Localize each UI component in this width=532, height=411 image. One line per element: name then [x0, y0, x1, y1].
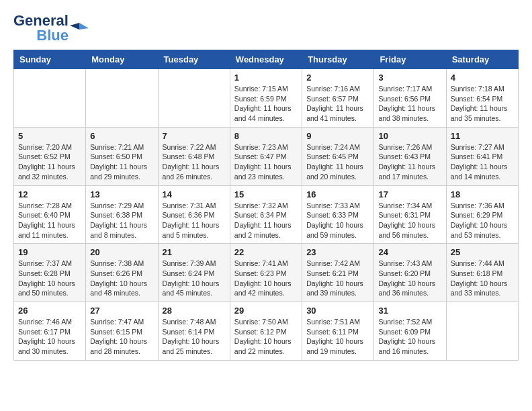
day-info: Sunrise: 7:52 AM Sunset: 6:09 PM Dayligh… [378, 317, 441, 357]
day-cell: 13Sunrise: 7:29 AM Sunset: 6:38 PM Dayli… [86, 185, 158, 244]
day-cell: 6Sunrise: 7:21 AM Sunset: 6:50 PM Daylig… [86, 127, 158, 185]
day-number: 13 [90, 189, 153, 199]
day-cell: 16Sunrise: 7:33 AM Sunset: 6:33 PM Dayli… [302, 185, 374, 244]
day-info: Sunrise: 7:21 AM Sunset: 6:50 PM Dayligh… [90, 142, 153, 182]
day-cell: 28Sunrise: 7:48 AM Sunset: 6:14 PM Dayli… [158, 302, 230, 361]
day-number: 7 [163, 131, 226, 141]
day-info: Sunrise: 7:46 AM Sunset: 6:17 PM Dayligh… [18, 317, 81, 357]
day-number: 9 [306, 131, 369, 141]
day-info: Sunrise: 7:50 AM Sunset: 6:12 PM Dayligh… [234, 317, 298, 357]
day-number: 8 [234, 131, 298, 141]
day-info: Sunrise: 7:15 AM Sunset: 6:59 PM Dayligh… [234, 84, 298, 124]
day-cell: 22Sunrise: 7:41 AM Sunset: 6:23 PM Dayli… [230, 244, 302, 302]
day-info: Sunrise: 7:17 AM Sunset: 6:56 PM Dayligh… [378, 84, 441, 124]
day-cell: 10Sunrise: 7:26 AM Sunset: 6:43 PM Dayli… [374, 127, 446, 185]
day-info: Sunrise: 7:44 AM Sunset: 6:18 PM Dayligh… [451, 259, 514, 298]
day-number: 26 [18, 306, 81, 316]
day-cell: 21Sunrise: 7:39 AM Sunset: 6:24 PM Dayli… [158, 244, 230, 302]
day-number: 14 [163, 189, 226, 199]
day-number: 19 [18, 247, 81, 257]
day-cell: 20Sunrise: 7:38 AM Sunset: 6:26 PM Dayli… [86, 244, 158, 302]
day-info: Sunrise: 7:34 AM Sunset: 6:31 PM Dayligh… [378, 201, 441, 240]
day-cell: 1Sunrise: 7:15 AM Sunset: 6:59 PM Daylig… [230, 69, 302, 128]
logo-blue: Blue [36, 28, 69, 43]
day-info: Sunrise: 7:38 AM Sunset: 6:26 PM Dayligh… [90, 259, 153, 298]
day-number: 12 [18, 189, 81, 199]
day-number: 27 [90, 306, 153, 316]
day-number: 29 [234, 306, 298, 316]
day-info: Sunrise: 7:26 AM Sunset: 6:43 PM Dayligh… [378, 142, 441, 182]
day-number: 1 [234, 73, 298, 83]
day-number: 28 [163, 306, 226, 316]
logo: General Blue [13, 13, 89, 43]
day-cell: 4Sunrise: 7:18 AM Sunset: 6:54 PM Daylig… [446, 69, 518, 128]
day-cell: 25Sunrise: 7:44 AM Sunset: 6:18 PM Dayli… [446, 244, 518, 302]
calendar-table: SundayMondayTuesdayWednesdayThursdayFrid… [13, 50, 519, 361]
day-info: Sunrise: 7:20 AM Sunset: 6:52 PM Dayligh… [18, 142, 81, 182]
day-info: Sunrise: 7:51 AM Sunset: 6:11 PM Dayligh… [306, 317, 369, 357]
day-info: Sunrise: 7:32 AM Sunset: 6:34 PM Dayligh… [234, 201, 298, 240]
day-number: 17 [378, 189, 441, 199]
day-number: 6 [90, 131, 153, 141]
week-row-1: 1Sunrise: 7:15 AM Sunset: 6:59 PM Daylig… [14, 69, 519, 128]
day-cell [446, 302, 518, 361]
day-number: 15 [234, 189, 298, 199]
day-cell: 14Sunrise: 7:31 AM Sunset: 6:36 PM Dayli… [158, 185, 230, 244]
day-info: Sunrise: 7:29 AM Sunset: 6:38 PM Dayligh… [90, 201, 153, 240]
day-info: Sunrise: 7:33 AM Sunset: 6:33 PM Dayligh… [306, 201, 369, 240]
day-cell: 17Sunrise: 7:34 AM Sunset: 6:31 PM Dayli… [374, 185, 446, 244]
day-cell: 12Sunrise: 7:28 AM Sunset: 6:40 PM Dayli… [14, 185, 86, 244]
day-cell: 24Sunrise: 7:43 AM Sunset: 6:20 PM Dayli… [374, 244, 446, 302]
day-cell: 18Sunrise: 7:36 AM Sunset: 6:29 PM Dayli… [446, 185, 518, 244]
weekday-header-friday: Friday [374, 50, 446, 69]
weekday-header-tuesday: Tuesday [158, 50, 230, 69]
day-info: Sunrise: 7:23 AM Sunset: 6:47 PM Dayligh… [234, 142, 298, 182]
day-number: 4 [451, 73, 514, 83]
weekday-header-wednesday: Wednesday [230, 50, 302, 69]
day-cell: 27Sunrise: 7:47 AM Sunset: 6:15 PM Dayli… [86, 302, 158, 361]
day-number: 31 [378, 306, 441, 316]
week-row-4: 19Sunrise: 7:37 AM Sunset: 6:28 PM Dayli… [14, 244, 519, 302]
header: General Blue [13, 13, 519, 43]
svg-marker-0 [79, 23, 89, 30]
week-row-3: 12Sunrise: 7:28 AM Sunset: 6:40 PM Dayli… [14, 185, 519, 244]
day-info: Sunrise: 7:28 AM Sunset: 6:40 PM Dayligh… [18, 201, 81, 240]
day-cell: 31Sunrise: 7:52 AM Sunset: 6:09 PM Dayli… [374, 302, 446, 361]
week-row-5: 26Sunrise: 7:46 AM Sunset: 6:17 PM Dayli… [14, 302, 519, 361]
day-cell: 19Sunrise: 7:37 AM Sunset: 6:28 PM Dayli… [14, 244, 86, 302]
day-cell: 26Sunrise: 7:46 AM Sunset: 6:17 PM Dayli… [14, 302, 86, 361]
weekday-header-monday: Monday [86, 50, 158, 69]
day-info: Sunrise: 7:37 AM Sunset: 6:28 PM Dayligh… [18, 259, 81, 298]
day-number: 10 [378, 131, 441, 141]
day-number: 30 [306, 306, 369, 316]
day-info: Sunrise: 7:42 AM Sunset: 6:21 PM Dayligh… [306, 259, 369, 298]
day-info: Sunrise: 7:39 AM Sunset: 6:24 PM Dayligh… [163, 259, 226, 298]
week-row-2: 5Sunrise: 7:20 AM Sunset: 6:52 PM Daylig… [14, 127, 519, 185]
day-cell: 9Sunrise: 7:24 AM Sunset: 6:45 PM Daylig… [302, 127, 374, 185]
day-number: 23 [306, 247, 369, 257]
weekday-header-row: SundayMondayTuesdayWednesdayThursdayFrid… [14, 50, 519, 69]
day-info: Sunrise: 7:47 AM Sunset: 6:15 PM Dayligh… [90, 317, 153, 357]
day-info: Sunrise: 7:18 AM Sunset: 6:54 PM Dayligh… [451, 84, 514, 124]
logo-general: General [13, 13, 69, 28]
weekday-header-sunday: Sunday [14, 50, 86, 69]
weekday-header-saturday: Saturday [446, 50, 518, 69]
day-cell: 7Sunrise: 7:22 AM Sunset: 6:48 PM Daylig… [158, 127, 230, 185]
day-number: 2 [306, 73, 369, 83]
day-cell: 30Sunrise: 7:51 AM Sunset: 6:11 PM Dayli… [302, 302, 374, 361]
day-number: 11 [451, 131, 514, 141]
day-info: Sunrise: 7:41 AM Sunset: 6:23 PM Dayligh… [234, 259, 298, 298]
day-info: Sunrise: 7:36 AM Sunset: 6:29 PM Dayligh… [451, 201, 514, 240]
day-number: 25 [451, 247, 514, 257]
day-number: 24 [378, 247, 441, 257]
day-info: Sunrise: 7:31 AM Sunset: 6:36 PM Dayligh… [163, 201, 226, 240]
day-cell: 11Sunrise: 7:27 AM Sunset: 6:41 PM Dayli… [446, 127, 518, 185]
day-cell: 2Sunrise: 7:16 AM Sunset: 6:57 PM Daylig… [302, 69, 374, 128]
day-info: Sunrise: 7:16 AM Sunset: 6:57 PM Dayligh… [306, 84, 369, 124]
day-number: 3 [378, 73, 441, 83]
day-cell [158, 69, 230, 128]
day-number: 18 [451, 189, 514, 199]
day-number: 20 [90, 247, 153, 257]
day-number: 16 [306, 189, 369, 199]
day-info: Sunrise: 7:48 AM Sunset: 6:14 PM Dayligh… [163, 317, 226, 357]
